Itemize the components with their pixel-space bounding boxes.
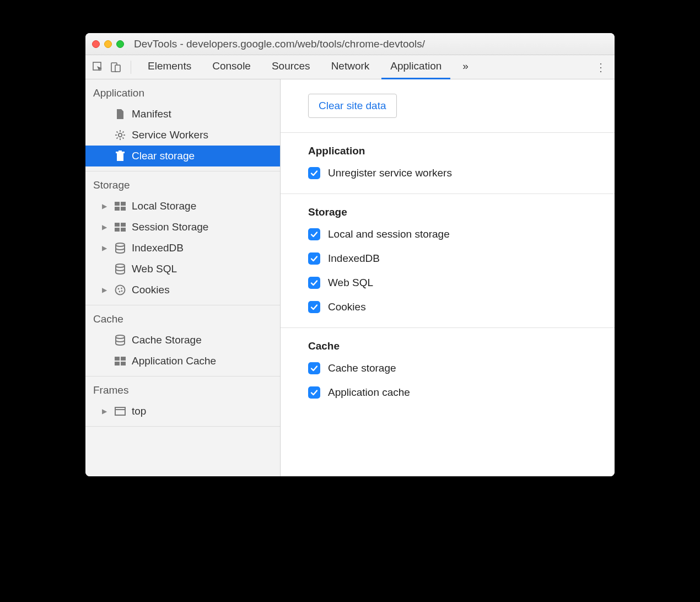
traffic-lights	[92, 40, 124, 48]
tab-console[interactable]: Console	[203, 55, 260, 79]
sidebar-item-application-cache[interactable]: ▶Application Cache	[85, 351, 280, 372]
device-toolbar-icon[interactable]	[109, 60, 123, 74]
svg-rect-17	[115, 207, 120, 211]
tab-application[interactable]: Application	[381, 55, 450, 79]
tab-network[interactable]: Network	[322, 55, 379, 79]
application-sidebar: Application▶Manifest▶Service Workers▶Cle…	[85, 79, 281, 476]
tab-sources[interactable]: Sources	[263, 55, 319, 79]
grid-icon	[114, 355, 126, 367]
sidebar-item-label: Cookies	[132, 284, 170, 296]
checkbox[interactable]	[308, 386, 320, 399]
sidebar-item-indexeddb[interactable]: ▶IndexedDB	[85, 238, 280, 259]
svg-point-30	[116, 335, 125, 338]
option-label: Application cache	[328, 386, 410, 399]
sidebar-item-cache-storage[interactable]: ▶Cache Storage	[85, 330, 280, 351]
option-label: Unregister service workers	[328, 167, 452, 179]
expand-arrow-icon: ▶	[102, 223, 109, 231]
option-application-cache: Application cache	[308, 386, 587, 399]
section-cache: CacheCache storageApplication cache	[281, 328, 615, 413]
option-web-sql: Web SQL	[308, 277, 587, 289]
svg-point-24	[116, 264, 125, 267]
sidebar-item-top[interactable]: ▶top	[85, 401, 280, 422]
checkbox[interactable]	[308, 167, 320, 179]
section-application: ApplicationUnregister service workers	[281, 133, 615, 194]
tab-elements[interactable]: Elements	[139, 55, 200, 79]
option-label: Local and session storage	[328, 228, 450, 240]
inspect-element-icon[interactable]	[91, 60, 105, 74]
sidebar-group-label: Frames	[85, 377, 280, 401]
sidebar-item-label: Application Cache	[132, 355, 216, 367]
devtools-body: Application▶Manifest▶Service Workers▶Cle…	[85, 79, 615, 476]
window-title: DevTools - developers.google.com/web/too…	[134, 38, 425, 50]
trash-icon	[114, 150, 126, 162]
option-indexeddb: IndexedDB	[308, 252, 587, 265]
devtools-tabbar: ElementsConsoleSourcesNetworkApplication…	[85, 55, 615, 79]
option-local-and-session-storage: Local and session storage	[308, 228, 587, 240]
svg-point-27	[121, 288, 122, 289]
checkbox[interactable]	[308, 362, 320, 374]
svg-rect-35	[115, 407, 125, 415]
sidebar-item-label: Clear storage	[132, 150, 195, 162]
svg-rect-31	[115, 357, 120, 361]
option-label: Cache storage	[328, 362, 396, 374]
database-icon	[114, 263, 126, 275]
close-window-button[interactable]	[92, 40, 100, 48]
option-cookies: Cookies	[308, 301, 587, 313]
devtools-window: DevTools - developers.google.com/web/too…	[85, 33, 615, 476]
svg-rect-13	[116, 152, 125, 153]
svg-point-26	[118, 288, 120, 290]
expand-arrow-icon: ▶	[102, 407, 109, 415]
svg-rect-21	[115, 228, 120, 232]
expand-arrow-icon: ▶	[102, 286, 109, 294]
grid-icon	[114, 221, 126, 233]
sidebar-item-label: Session Storage	[132, 221, 208, 233]
checkbox[interactable]	[308, 301, 320, 313]
sidebar-item-clear-storage[interactable]: ▶Clear storage	[85, 146, 280, 166]
svg-rect-15	[115, 202, 120, 206]
sidebar-item-cookies[interactable]: ▶Cookies	[85, 280, 280, 300]
database-icon	[114, 242, 126, 254]
sidebar-item-web-sql[interactable]: ▶Web SQL	[85, 259, 280, 280]
sidebar-item-label: Cache Storage	[132, 334, 202, 346]
option-cache-storage: Cache storage	[308, 362, 587, 374]
minimize-window-button[interactable]	[104, 40, 112, 48]
devtools-menu-button[interactable]: ⋮	[593, 61, 609, 74]
clear-site-data-button[interactable]: Clear site data	[308, 94, 397, 118]
option-unregister-service-workers: Unregister service workers	[308, 167, 587, 179]
sidebar-item-manifest[interactable]: ▶Manifest	[85, 104, 280, 125]
svg-rect-16	[121, 202, 126, 206]
svg-point-25	[116, 286, 125, 295]
section-heading: Application	[308, 145, 587, 157]
sidebar-item-session-storage[interactable]: ▶Session Storage	[85, 217, 280, 238]
expand-arrow-icon: ▶	[102, 202, 109, 210]
file-icon	[114, 108, 126, 120]
checkbox[interactable]	[308, 277, 320, 289]
sidebar-item-local-storage[interactable]: ▶Local Storage	[85, 196, 280, 217]
svg-rect-22	[121, 228, 126, 232]
expand-arrow-icon: ▶	[102, 244, 109, 252]
sidebar-group-label: Application	[85, 79, 280, 104]
svg-rect-34	[121, 362, 126, 366]
svg-rect-33	[115, 362, 120, 366]
svg-point-29	[121, 291, 123, 292]
sidebar-item-service-workers[interactable]: ▶Service Workers	[85, 125, 280, 146]
cookie-icon	[114, 284, 126, 296]
svg-rect-18	[121, 207, 126, 211]
checkbox[interactable]	[308, 228, 320, 240]
svg-rect-19	[115, 223, 120, 227]
svg-rect-20	[121, 223, 126, 227]
option-label: Cookies	[328, 301, 366, 313]
section-heading: Cache	[308, 340, 587, 352]
svg-rect-2	[115, 65, 120, 72]
section-storage: StorageLocal and session storageIndexedD…	[281, 194, 615, 328]
sidebar-item-label: top	[132, 405, 146, 417]
zoom-window-button[interactable]	[116, 40, 124, 48]
svg-line-10	[117, 137, 118, 138]
option-label: IndexedDB	[328, 252, 380, 265]
checkbox[interactable]	[308, 252, 320, 265]
sidebar-item-label: Service Workers	[132, 129, 208, 141]
sidebar-item-label: IndexedDB	[132, 242, 184, 254]
svg-point-23	[116, 243, 125, 246]
frame-icon	[114, 405, 126, 417]
tabs-overflow-button[interactable]: »	[454, 55, 477, 79]
